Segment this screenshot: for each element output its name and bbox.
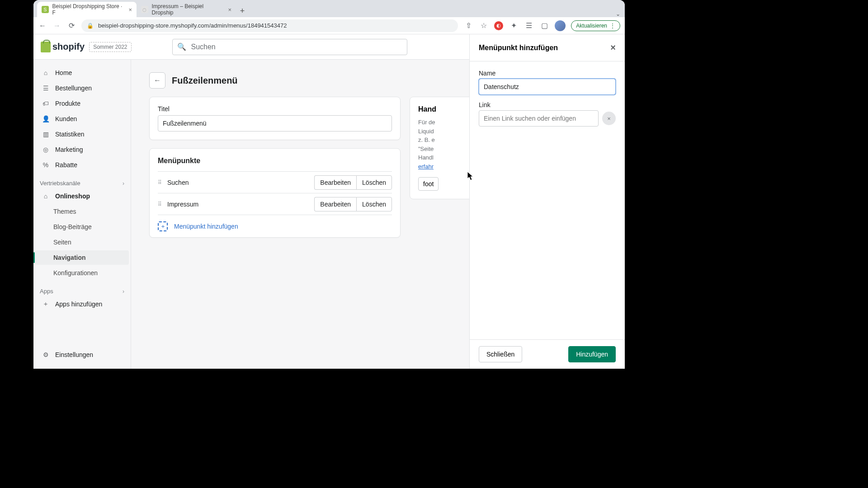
- sidebar-item-label: Marketing: [55, 146, 83, 153]
- global-search-input[interactable]: 🔍 Suchen: [172, 39, 407, 55]
- tag-icon: 🏷: [42, 100, 50, 107]
- sidebar-item-label: Themes: [53, 208, 76, 215]
- expand-tabs-icon[interactable]: ⌄: [616, 11, 620, 17]
- browser-tab[interactable]: S Beispiel Dropshipping Store · F ×: [37, 2, 137, 17]
- gear-icon: ⚙: [42, 351, 50, 358]
- browser-tab[interactable]: ◌ Impressum – Beispiel Dropship ×: [137, 2, 236, 17]
- sidebar-section-channels[interactable]: Vertriebskanäle ›: [33, 176, 131, 188]
- sidebar-sub-config[interactable]: Konfigurationen: [35, 266, 129, 280]
- sidebar-sub-navigation[interactable]: Navigation: [35, 250, 129, 265]
- globe-favicon-icon: ◌: [141, 6, 148, 13]
- back-icon[interactable]: ←: [38, 22, 47, 30]
- handle-value: foot: [418, 177, 439, 191]
- close-drawer-button[interactable]: ×: [610, 42, 616, 53]
- percent-icon: %: [42, 161, 50, 169]
- plus-icon: ＋: [42, 300, 50, 308]
- summer-badge[interactable]: Sommer 2022: [89, 42, 131, 52]
- sidebar-item-label: Kunden: [55, 115, 77, 122]
- link-input[interactable]: [479, 110, 599, 127]
- sidebar-sub-pages[interactable]: Seiten: [35, 235, 129, 249]
- extension-badge-icon[interactable]: ◐: [494, 21, 503, 30]
- browser-tab-bar: S Beispiel Dropshipping Store · F × ◌ Im…: [33, 0, 625, 17]
- sidebar-item-label: Home: [55, 69, 72, 76]
- section-label: Vertriebskanäle: [40, 180, 80, 187]
- sidebar-item-home[interactable]: ⌂Home: [35, 66, 129, 80]
- person-icon: 👤: [42, 115, 50, 122]
- sidebar-section-apps[interactable]: Apps ›: [33, 284, 131, 296]
- bookmark-star-icon[interactable]: ☆: [479, 21, 489, 31]
- url-field[interactable]: 🔒 beispiel-dropshipping-store.myshopify.…: [81, 19, 458, 32]
- sidebar-item-label: Statistiken: [55, 131, 85, 138]
- close-tab-icon[interactable]: ×: [228, 6, 231, 13]
- dashed-plus-icon: ＋: [158, 221, 168, 231]
- sidebar-item-analytics[interactable]: ▥Statistiken: [35, 127, 129, 141]
- orders-icon: ☰: [42, 84, 50, 92]
- delete-button[interactable]: Löschen: [356, 197, 392, 211]
- tab-title: Beispiel Dropshipping Store · F: [52, 3, 125, 16]
- shopify-favicon-icon: S: [42, 6, 49, 13]
- extensions-icon[interactable]: ✦: [509, 21, 519, 31]
- home-icon: ⌂: [42, 69, 50, 76]
- sidepanel-icon[interactable]: ▢: [539, 21, 549, 31]
- arrow-left-icon: ←: [154, 76, 161, 84]
- sidebar-item-customers[interactable]: 👤Kunden: [35, 112, 129, 126]
- sidebar-item-label: Navigation: [53, 254, 86, 261]
- sidebar-item-discounts[interactable]: %Rabatte: [35, 158, 129, 172]
- sidebar-sub-themes[interactable]: Themes: [35, 204, 129, 219]
- forward-icon[interactable]: →: [52, 22, 61, 30]
- drawer-title: Menüpunkt hinzufügen: [479, 44, 558, 52]
- chevron-right-icon: ›: [123, 180, 124, 187]
- reload-icon[interactable]: ⟳: [67, 21, 76, 30]
- url-text: beispiel-dropshipping-store.myshopify.co…: [98, 22, 287, 29]
- sidebar-item-products[interactable]: 🏷Produkte: [35, 96, 129, 111]
- menu-items-card: Menüpunkte ⠿ Suchen Bearbeiten Löschen: [149, 148, 401, 238]
- update-label: Aktualisieren: [576, 23, 607, 29]
- add-item-drawer: Menüpunkt hinzufügen × Name Link × Schli…: [469, 34, 625, 369]
- sidebar-item-settings[interactable]: ⚙Einstellungen: [35, 347, 129, 362]
- sidebar-item-onlineshop[interactable]: ⌂Onlineshop: [35, 189, 129, 203]
- shopify-bag-icon: [41, 42, 51, 52]
- shopify-logo[interactable]: shopify: [41, 42, 85, 52]
- close-button[interactable]: Schließen: [479, 346, 522, 362]
- drag-handle-icon[interactable]: ⠿: [158, 201, 161, 207]
- name-field-label: Name: [479, 70, 616, 77]
- target-icon: ◎: [42, 146, 50, 153]
- update-button[interactable]: Aktualisieren ⋮: [571, 20, 620, 31]
- share-icon[interactable]: ⇧: [463, 21, 473, 31]
- clear-link-button[interactable]: ×: [602, 112, 616, 125]
- sidebar-item-label: Onlineshop: [55, 192, 90, 200]
- reading-list-icon[interactable]: ☰: [524, 21, 534, 31]
- section-label: Apps: [40, 288, 53, 295]
- sidebar-sub-blog[interactable]: Blog-Beiträge: [35, 220, 129, 234]
- edit-button[interactable]: Bearbeiten: [314, 197, 356, 211]
- sidebar-item-marketing[interactable]: ◎Marketing: [35, 142, 129, 157]
- edit-button[interactable]: Bearbeiten: [314, 175, 356, 190]
- browser-profile-avatar[interactable]: [555, 20, 566, 31]
- logo-text: shopify: [52, 42, 85, 52]
- sidebar-item-orders[interactable]: ☰Bestellungen: [35, 81, 129, 95]
- chevron-right-icon: ›: [123, 288, 124, 295]
- delete-button[interactable]: Löschen: [356, 175, 392, 190]
- menu-item-row: ⠿ Suchen Bearbeiten Löschen: [158, 171, 392, 193]
- browser-url-bar: ← → ⟳ 🔒 beispiel-dropshipping-store.mysh…: [33, 17, 625, 34]
- sidebar-add-apps[interactable]: ＋Apps hinzufügen: [35, 297, 129, 311]
- name-input[interactable]: [479, 79, 616, 95]
- store-icon: ⌂: [42, 192, 50, 200]
- back-button[interactable]: ←: [149, 72, 165, 89]
- sidebar-item-label: Einstellungen: [55, 351, 93, 358]
- add-menu-item-button[interactable]: ＋ Menüpunkt hinzufügen: [158, 215, 392, 237]
- sidebar-item-label: Rabatte: [55, 161, 77, 169]
- menu-item-label: Impressum: [167, 201, 314, 208]
- drag-handle-icon[interactable]: ⠿: [158, 179, 161, 186]
- menu-item-label: Suchen: [167, 179, 314, 186]
- new-tab-button[interactable]: +: [236, 5, 249, 17]
- learn-more-link[interactable]: erfahr: [418, 163, 434, 170]
- menu-items-header: Menüpunkte: [158, 157, 392, 165]
- add-button[interactable]: Hinzufügen: [568, 346, 616, 362]
- page-title: Fußzeilenmenü: [172, 75, 238, 86]
- title-input[interactable]: [158, 115, 392, 131]
- close-tab-icon[interactable]: ×: [128, 6, 132, 13]
- sidebar-item-label: Bestellungen: [55, 84, 92, 92]
- tab-title: Impressum – Beispiel Dropship: [152, 3, 225, 16]
- sidebar-item-label: Produkte: [55, 100, 80, 107]
